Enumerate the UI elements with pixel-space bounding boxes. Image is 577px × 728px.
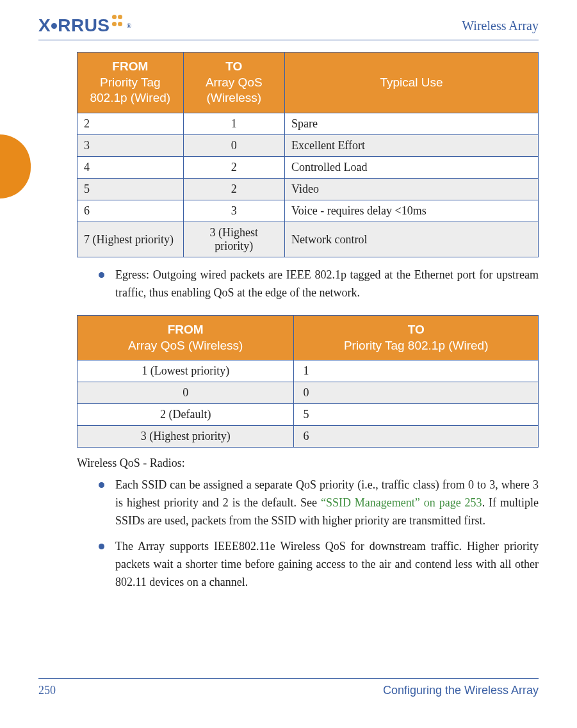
priority-mapping-ingress-table: FROM Priority Tag 802.1p (Wired) TO Arra… bbox=[77, 52, 539, 257]
brand-registered-icon: ® bbox=[127, 22, 131, 29]
table-row: 5 2 Video bbox=[77, 179, 539, 200]
table-header-row: FROM Array QoS (Wireless) TO Priority Ta… bbox=[77, 315, 539, 360]
brand-clover-icon bbox=[111, 14, 126, 28]
th-to: TO Array QoS (Wireless) bbox=[183, 53, 284, 113]
table-row: 4 2 Controlled Load bbox=[77, 157, 539, 179]
table-row: 1 (Lowest priority) 1 bbox=[77, 360, 539, 382]
th-from: FROM Array QoS (Wireless) bbox=[77, 315, 294, 360]
th-to: TO Priority Tag 802.1p (Wired) bbox=[294, 315, 539, 360]
th-from: FROM Priority Tag 802.1p (Wired) bbox=[77, 53, 184, 113]
page-number: 250 bbox=[38, 684, 56, 697]
table-row: 6 3 Voice - requires delay <10ms bbox=[77, 200, 539, 222]
table-row: 2 (Default) 5 bbox=[77, 404, 539, 426]
table-header-row: FROM Priority Tag 802.1p (Wired) TO Arra… bbox=[77, 53, 539, 113]
egress-bullet: Egress: Outgoing wired packets are IEEE … bbox=[96, 266, 539, 302]
brand-text: XRRUS bbox=[38, 15, 110, 36]
doc-title: Wireless Array bbox=[462, 19, 539, 33]
brand-logo: XRRUS ® bbox=[38, 15, 131, 36]
page-header: XRRUS ® Wireless Array bbox=[38, 15, 539, 40]
priority-mapping-egress-table: FROM Array QoS (Wireless) TO Priority Ta… bbox=[77, 315, 539, 448]
table-row: 7 (Highest priority) 3 (Highest priority… bbox=[77, 222, 539, 257]
wireless-qos-heading: Wireless QoS - Radios: bbox=[77, 457, 539, 470]
th-use: Typical Use bbox=[284, 53, 538, 113]
page-footer: 250 Configuring the Wireless Array bbox=[38, 678, 539, 697]
wireless-qos-bullet-list: Each SSID can be assigned a separate QoS… bbox=[96, 476, 539, 591]
side-thumb-tab bbox=[0, 134, 31, 198]
table-row: 3 (Highest priority) 6 bbox=[77, 426, 539, 448]
ssid-management-link[interactable]: “SSID Management” on page 253 bbox=[321, 496, 482, 509]
ssid-priority-bullet: Each SSID can be assigned a separate QoS… bbox=[96, 476, 539, 530]
table-row: 2 1 Spare bbox=[77, 113, 539, 135]
footer-section-title: Configuring the Wireless Array bbox=[383, 684, 539, 697]
table-row: 3 0 Excellent Effort bbox=[77, 135, 539, 157]
egress-bullet-list: Egress: Outgoing wired packets are IEEE … bbox=[96, 266, 539, 302]
ieee80211e-bullet: The Array supports IEEE802.11e Wireless … bbox=[96, 538, 539, 592]
table-row: 0 0 bbox=[77, 382, 539, 404]
